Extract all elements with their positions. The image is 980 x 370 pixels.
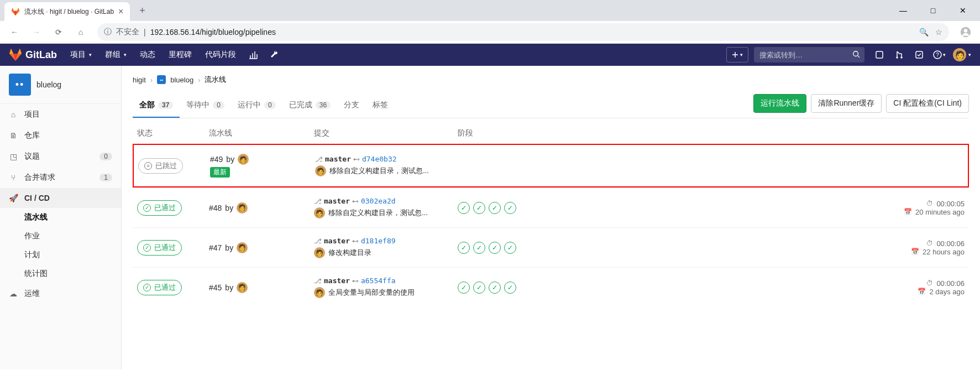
author-avatar[interactable]: 🧑 [237,242,248,253]
author-avatar[interactable]: 🧑 [314,287,325,298]
author-avatar[interactable]: 🧑 [314,247,325,258]
stage-status-icon[interactable]: ✓ [504,242,516,254]
browser-tab[interactable]: 流水线 · higit / bluelog · GitLab × [4,2,130,21]
sidebar-sub-jobs[interactable]: 作业 [24,227,121,246]
tab-branches[interactable]: 分支 [337,93,366,118]
branch-name[interactable]: master [325,155,351,163]
commit-message[interactable]: 移除自定义构建目录，测试忽... [329,166,429,176]
nav-wrench-icon[interactable] [265,44,284,66]
commit-message[interactable]: 移除自定义构建目录，测试忽... [328,208,428,218]
nav-back-button[interactable]: ← [4,22,24,42]
ops-icon: ☁ [9,289,18,298]
user-avatar[interactable]: 🧑 [953,48,966,61]
pipeline-id[interactable]: #45 [209,283,222,292]
tab-running[interactable]: 运行中0 [231,93,282,118]
tab-tags[interactable]: 标签 [366,93,395,118]
topbar-search[interactable] [754,47,864,62]
status-badge[interactable]: »已跳过 [138,158,183,174]
status-badge[interactable]: ✓已通过 [137,280,182,295]
nav-chart-icon[interactable] [244,44,263,66]
tab-all[interactable]: 全部37 [133,93,180,118]
todos-icon[interactable] [910,44,929,66]
issues-icon[interactable] [870,44,889,66]
nav-milestones[interactable]: 里程碑 [163,44,197,66]
author-avatar[interactable]: 🧑 [314,207,325,218]
maximize-icon[interactable]: □ [925,6,941,15]
sidebar-item-issues[interactable]: ◳ 议题 0 [0,146,121,167]
nav-reload-button[interactable]: ⟳ [49,22,69,42]
nav-activity[interactable]: 动态 [134,44,161,66]
branch-name[interactable]: master [324,197,350,205]
author-avatar[interactable]: 🧑 [237,282,248,293]
pipeline-id[interactable]: #48 [209,204,222,212]
status-badge[interactable]: ✓已通过 [137,240,182,256]
minimize-icon[interactable]: — [895,6,911,15]
sidebar-item-merge-requests[interactable]: ⑂ 合并请求 1 [0,167,121,188]
breadcrumb-project[interactable]: bluelog [170,76,193,84]
stage-status-icon[interactable]: ✓ [489,242,501,254]
status-badge[interactable]: ✓已通过 [137,200,182,216]
stage-status-icon[interactable]: ✓ [504,202,516,214]
sidebar-item-cicd[interactable]: 🚀 CI / CD [0,188,121,208]
sidebar-sub-pipelines[interactable]: 流水线 [24,208,121,227]
author-avatar[interactable]: 🧑 [238,154,249,165]
merge-requests-icon[interactable] [890,44,909,66]
commit-sha[interactable]: d181ef89 [361,237,396,245]
ci-lint-button[interactable]: CI 配置检查(CI Lint) [886,94,969,113]
status-label: 已通过 [154,283,176,293]
nav-groups[interactable]: 群组▾ [99,44,132,66]
pipeline-id[interactable]: #47 [209,243,222,252]
tab-pending[interactable]: 等待中0 [180,93,231,118]
omnibox[interactable]: ⓘ 不安全 | 192.168.56.14/higit/bluelog/pipe… [97,23,949,41]
nav-forward-button[interactable]: → [27,22,46,42]
stage-status-icon[interactable]: ✓ [473,242,485,254]
profile-icon[interactable] [956,22,976,42]
browser-tab-title: 流水线 · higit / bluelog · GitLab [24,7,114,17]
sidebar-item-ops[interactable]: ☁ 运维 [0,283,121,304]
author-avatar[interactable]: 🧑 [237,202,248,213]
commit-sha[interactable]: a6554ffa [361,277,396,285]
stage-status-icon[interactable]: ✓ [489,202,501,214]
author-avatar[interactable]: 🧑 [315,165,326,176]
star-icon[interactable]: ☆ [935,28,942,37]
branch-name[interactable]: master [324,237,350,245]
nav-projects[interactable]: 项目▾ [65,44,97,66]
tab-finished[interactable]: 已完成36 [282,93,337,118]
tab-running-count: 0 [264,101,276,109]
sidebar-item-project[interactable]: ⌂ 项目 [0,104,121,125]
run-pipeline-button[interactable]: 运行流水线 [753,94,806,113]
clear-cache-button[interactable]: 清除Runner缓存 [811,94,882,113]
zoom-icon[interactable]: 🔍 [919,28,929,37]
chevron-right-icon: › [150,76,153,84]
stage-status-icon[interactable]: ✓ [458,202,470,214]
tab-all-count: 37 [158,101,173,109]
sidebar-sub-schedules[interactable]: 计划 [24,246,121,264]
sidebar-project-header[interactable]: •• bluelog [0,66,121,104]
branch-icon: ⎇ [314,197,322,205]
nav-snippets[interactable]: 代码片段 [200,44,242,66]
pipeline-id[interactable]: #49 [210,155,223,164]
commit-message[interactable]: 全局变量与局部变量的使用 [328,288,415,298]
breadcrumb-group[interactable]: higit [133,76,146,84]
nav-home-button[interactable]: ⌂ [71,22,91,42]
issues-icon: ◳ [9,152,18,161]
stage-status-icon[interactable]: ✓ [473,282,485,294]
commit-message[interactable]: 修改构建目录 [328,248,371,258]
search-input[interactable] [759,51,852,59]
branch-name[interactable]: master [324,277,350,285]
sidebar-item-repo[interactable]: 🗎 仓库 [0,125,121,146]
tab-close-icon[interactable]: × [118,7,123,16]
commit-sha[interactable]: 0302ea2d [361,197,396,205]
stage-status-icon[interactable]: ✓ [489,282,501,294]
stage-status-icon[interactable]: ✓ [473,202,485,214]
new-tab-button[interactable]: + [134,3,150,18]
sidebar-sub-charts[interactable]: 统计图 [24,264,121,283]
help-icon[interactable]: ?▾ [930,44,948,66]
stage-status-icon[interactable]: ✓ [458,282,470,294]
gitlab-logo[interactable]: GitLab [9,48,57,61]
stage-status-icon[interactable]: ✓ [458,242,470,254]
stage-status-icon[interactable]: ✓ [504,282,516,294]
plus-dropdown-button[interactable]: ▾ [726,47,748,62]
close-window-icon[interactable]: ✕ [955,6,971,15]
commit-sha[interactable]: d74e0b32 [362,155,397,163]
